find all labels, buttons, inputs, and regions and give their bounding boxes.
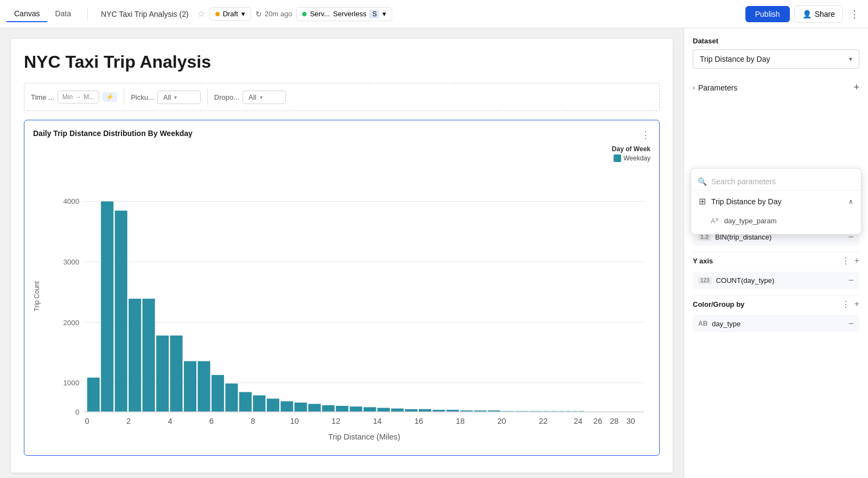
pickup-filter-label: Picku... (131, 93, 154, 101)
bar-19 (350, 406, 362, 412)
dropo-filter-label: Dropo... (214, 93, 239, 101)
x-tick-14: 14 (373, 417, 381, 425)
canvas-area: NYC Taxi Trip Analysis Time ... Min → M.… (0, 28, 684, 478)
y-axis-item-left: 123 COUNT(day_type) (698, 276, 774, 285)
server-abbr: S (369, 10, 379, 18)
arrow-icon: → (75, 93, 81, 101)
bar-17 (322, 405, 335, 412)
bar-14 (280, 401, 293, 411)
x-tick-8: 8 (251, 417, 255, 425)
parameters-row[interactable]: › Parameters + (693, 77, 859, 98)
bar-21 (378, 408, 390, 412)
pickup-select[interactable]: All ▾ (157, 91, 201, 104)
server-badge[interactable]: Serv... Serverless S ▾ (296, 7, 392, 21)
x-tick-4: 4 (168, 417, 172, 425)
bar-8 (197, 361, 210, 411)
dropdown-sub-label: day_type_param (724, 217, 777, 225)
bar-9 (212, 375, 224, 412)
y-axis-title-label: Y axis (693, 257, 713, 265)
bar-0 (87, 378, 100, 412)
share-button[interactable]: 👤 Share (794, 5, 843, 23)
draft-chevron: ▾ (241, 10, 245, 18)
color-item-left: AB day_type (698, 320, 741, 328)
time-min-label: Min (62, 93, 73, 101)
filter-separator-1 (124, 89, 124, 105)
y-tick-0: 0 (75, 408, 79, 416)
bar-15 (295, 403, 307, 412)
pickup-chevron-icon: ▾ (174, 94, 177, 100)
chart-svg: 4000 3000 2000 1000 0 (45, 169, 650, 444)
y-axis-field-name: COUNT(day_type) (716, 276, 775, 285)
color-group-more-button[interactable]: ⋮ (841, 299, 850, 309)
search-row: 🔍 Search parameters (691, 173, 861, 191)
dropdown-item-trip-distance[interactable]: ⊞ Trip Distance by Day ∧ (691, 191, 861, 212)
server-name: Serverless (333, 10, 366, 18)
time-range-input[interactable]: Min → M... (58, 91, 99, 104)
y-axis-remove-button[interactable]: − (848, 275, 854, 285)
server-chevron: ▾ (382, 10, 386, 18)
draft-dot (215, 12, 220, 16)
string-type-icon: Aᴮ (711, 217, 719, 225)
search-input[interactable]: Search parameters (711, 177, 854, 186)
doc-title: NYC Taxi Trip Analysis (2) (101, 10, 189, 18)
search-icon: 🔍 (698, 177, 707, 186)
x-tick-22: 22 (539, 417, 547, 425)
tab-data[interactable]: Data (47, 6, 79, 22)
bar-11 (239, 392, 252, 411)
y-axis-add-button[interactable]: + (854, 256, 859, 266)
bar-20 (363, 407, 376, 411)
tab-canvas[interactable]: Canvas (7, 6, 47, 22)
dataset-select[interactable]: Trip Distance by Day ▾ (693, 49, 859, 69)
bar-4 (143, 299, 155, 412)
header-tabs: Canvas Data (7, 6, 79, 22)
refresh-info: ↻ 20m ago (256, 10, 292, 18)
bar-5 (156, 335, 169, 412)
params-chevron-icon: › (693, 84, 695, 92)
bar-2 (115, 211, 127, 412)
y-axis-actions: ⋮ + (841, 256, 859, 266)
dataset-label: Dataset (693, 37, 859, 45)
dropo-filter: Dropo... All ▾ (214, 91, 286, 104)
color-group-add-button[interactable]: + (854, 299, 859, 309)
bar-6 (170, 335, 182, 412)
dataset-section: Dataset Trip Distance by Day ▾ (693, 37, 859, 69)
dataset-value: Trip Distance by Day (700, 55, 770, 63)
x-tick-12: 12 (331, 417, 340, 425)
bolt-icon[interactable]: ⚡ (103, 92, 117, 102)
y-axis-title: Trip Count (33, 145, 41, 447)
y-tick-3000: 3000 (63, 258, 79, 266)
publish-button[interactable]: Publish (745, 6, 790, 22)
draft-badge[interactable]: Draft ▾ (209, 7, 251, 21)
color-remove-button[interactable]: − (848, 319, 854, 328)
parameters-dropdown: 🔍 Search parameters ⊞ Trip Distance by D… (691, 168, 861, 235)
dropo-chevron-icon: ▾ (260, 94, 263, 100)
x-axis-title: Trip Distance (Miles) (328, 432, 400, 441)
y-axis-more-button[interactable]: ⋮ (841, 256, 850, 266)
bar-7 (184, 361, 196, 411)
legend-title: Day of Week (612, 145, 650, 153)
main-layout: NYC Taxi Trip Analysis Time ... Min → M.… (0, 28, 868, 478)
histogram-bars (87, 202, 584, 412)
x-tick-20: 20 (497, 417, 506, 425)
parameters-add-button[interactable]: + (853, 82, 859, 93)
bar-16 (308, 404, 321, 412)
chart-menu-button[interactable]: ⋮ (641, 129, 650, 141)
y-axis-header: Y axis ⋮ + (693, 252, 859, 269)
time-filter-label: Time ... (31, 93, 54, 101)
legend-item-label: Weekday (623, 154, 650, 162)
dropdown-sub-item-day-type[interactable]: Aᴮ day_type_param (691, 212, 861, 230)
y-tick-4000: 4000 (63, 198, 79, 206)
more-options-button[interactable]: ⋮ (847, 6, 861, 22)
dropdown-item-chevron: ∧ (848, 198, 853, 205)
star-icon[interactable]: ☆ (197, 9, 205, 19)
x-tick-2: 2 (126, 417, 131, 425)
y-tick-1000: 1000 (63, 379, 79, 387)
y-axis-item: 123 COUNT(day_type) − (693, 272, 859, 289)
chart-inner: Trip Count Day of Week Weekday (33, 145, 650, 447)
bar-18 (336, 406, 348, 412)
dropo-select[interactable]: All ▾ (242, 91, 286, 104)
share-label: Share (815, 10, 835, 18)
chart-container: Daily Trip Distance Distribution By Week… (24, 120, 660, 456)
x-tick-26: 26 (593, 417, 602, 425)
x-tick-30: 30 (627, 417, 635, 425)
